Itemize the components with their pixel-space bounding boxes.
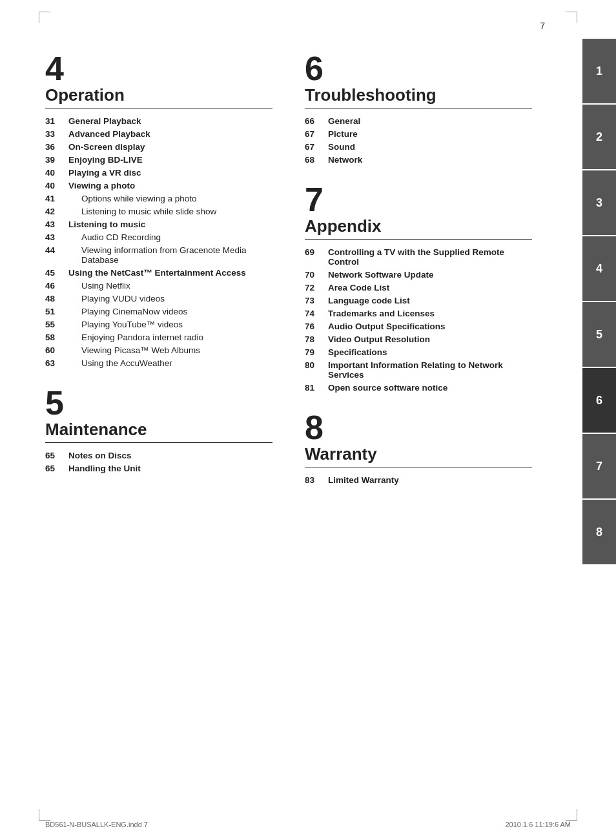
- footer-right: 2010.1.6 11:19:6 AM: [505, 821, 571, 828]
- section-8-entries: 83Limited Warranty: [305, 475, 532, 485]
- toc-page-number: 43: [45, 220, 68, 229]
- toc-page-number: 58: [45, 333, 68, 342]
- section-4-divider: [45, 108, 272, 108]
- side-tab-4[interactable]: 4: [582, 236, 616, 301]
- footer-left: BD561-N-BUSALLK-ENG.indd 7: [45, 821, 148, 828]
- toc-label: General Playback: [68, 116, 272, 126]
- toc-page-number: 66: [305, 116, 328, 126]
- section-7-number: 7: [305, 183, 532, 216]
- side-tab-3[interactable]: 3: [582, 170, 616, 235]
- side-tab-7[interactable]: 7: [582, 434, 616, 498]
- toc-label: On-Screen display: [68, 142, 272, 152]
- side-tab-1[interactable]: 1: [582, 39, 616, 103]
- section-4-entries: 31General Playback33Advanced Playback36O…: [45, 116, 272, 368]
- toc-label: Using the AccuWeather: [68, 358, 272, 368]
- toc-entry: 65Notes on Discs: [45, 451, 272, 460]
- section-operation: 4 Operation 31General Playback33Advanced…: [45, 52, 272, 368]
- side-tab-6[interactable]: 6: [582, 368, 616, 433]
- toc-page-number: 67: [305, 129, 328, 139]
- toc-entry: 73Language code List: [305, 296, 532, 305]
- toc-label: Notes on Discs: [68, 451, 272, 460]
- toc-entry: 63Using the AccuWeather: [45, 358, 272, 368]
- col-right: 6 Troubleshooting 66General67Picture67So…: [305, 52, 532, 503]
- section-warranty: 8 Warranty 83Limited Warranty: [305, 411, 532, 485]
- toc-page-number: 41: [45, 194, 68, 203]
- section-8-divider: [305, 467, 532, 467]
- toc-label: Options while viewing a photo: [68, 194, 272, 203]
- toc-page-number: 42: [45, 207, 68, 216]
- toc-entry: 83Limited Warranty: [305, 475, 532, 485]
- toc-label: Playing VUDU videos: [68, 294, 272, 303]
- page-number: 7: [540, 21, 545, 31]
- toc-page-number: 60: [45, 345, 68, 355]
- toc-label: Limited Warranty: [328, 475, 532, 485]
- toc-label: Sound: [328, 142, 532, 152]
- toc-page-number: 74: [305, 309, 328, 318]
- section-7-divider: [305, 239, 532, 240]
- toc-page-number: 55: [45, 320, 68, 329]
- toc-label: Listening to music: [68, 220, 272, 229]
- toc-entry: 67Sound: [305, 142, 532, 152]
- toc-label: Picture: [328, 129, 532, 139]
- toc-label: Specifications: [328, 347, 532, 357]
- section-8-title: Warranty: [305, 444, 532, 464]
- corner-mark-tl: [39, 12, 50, 23]
- section-7-entries: 69Controlling a TV with the Supplied Rem…: [305, 247, 532, 393]
- toc-label: Enjoying Pandora internet radio: [68, 333, 272, 342]
- toc-entry: 40Playing a VR disc: [45, 168, 272, 178]
- toc-page-number: 46: [45, 281, 68, 291]
- toc-page-number: 72: [305, 283, 328, 292]
- toc-label: Audio Output Specifications: [328, 322, 532, 331]
- toc-entry: 70Network Software Update: [305, 270, 532, 280]
- toc-label: Controlling a TV with the Supplied Remot…: [328, 247, 532, 267]
- toc-page-number: 81: [305, 383, 328, 393]
- section-troubleshooting: 6 Troubleshooting 66General67Picture67So…: [305, 52, 532, 165]
- toc-page-number: 48: [45, 294, 68, 303]
- toc-entry: 51Playing CinemaNow videos: [45, 307, 272, 316]
- toc-entry: 36On-Screen display: [45, 142, 272, 152]
- toc-page-number: 68: [305, 155, 328, 165]
- toc-label: Playing CinemaNow videos: [68, 307, 272, 316]
- toc-entry: 68Network: [305, 155, 532, 165]
- toc-page-number: 40: [45, 168, 68, 178]
- toc-entry: 40Viewing a photo: [45, 181, 272, 190]
- side-tab-2[interactable]: 2: [582, 105, 616, 169]
- section-5-title: Maintenance: [45, 420, 272, 440]
- toc-entry: 31General Playback: [45, 116, 272, 126]
- toc-label: Network Software Update: [328, 270, 532, 280]
- col-left: 4 Operation 31General Playback33Advanced…: [45, 52, 272, 503]
- toc-page-number: 31: [45, 116, 68, 126]
- toc-page-number: 44: [45, 245, 68, 255]
- toc-entry: 55Playing YouTube™ videos: [45, 320, 272, 329]
- toc-label: Handling the Unit: [68, 464, 272, 473]
- toc-entry: 48Playing VUDU videos: [45, 294, 272, 303]
- toc-entry: 58Enjoying Pandora internet radio: [45, 333, 272, 342]
- section-appendix: 7 Appendix 69Controlling a TV with the S…: [305, 183, 532, 393]
- toc-page-number: 80: [305, 360, 328, 370]
- toc-label: Trademarks and Licenses: [328, 309, 532, 318]
- toc-entry: 76Audio Output Specifications: [305, 322, 532, 331]
- toc-label: Area Code List: [328, 283, 532, 292]
- toc-entry: 69Controlling a TV with the Supplied Rem…: [305, 247, 532, 267]
- side-tab-5[interactable]: 5: [582, 302, 616, 367]
- toc-label: Audio CD Recording: [68, 232, 272, 242]
- section-6-divider: [305, 108, 532, 108]
- toc-page-number: 39: [45, 155, 68, 165]
- section-6-title: Troubleshooting: [305, 85, 532, 105]
- toc-label: Using Netflix: [68, 281, 272, 291]
- toc-entry: 81Open source software notice: [305, 383, 532, 393]
- toc-label: Enjoying BD-LIVE: [68, 155, 272, 165]
- toc-page-number: 40: [45, 181, 68, 190]
- toc-label: Playing YouTube™ videos: [68, 320, 272, 329]
- toc-entry: 67Picture: [305, 129, 532, 139]
- toc-entry: 45Using the NetCast™ Entertainment Acces…: [45, 268, 272, 278]
- toc-page-number: 51: [45, 307, 68, 316]
- side-tab-8[interactable]: 8: [582, 500, 616, 564]
- toc-entry: 78Video Output Resolution: [305, 334, 532, 344]
- toc-label: Viewing a photo: [68, 181, 272, 190]
- toc-page-number: 67: [305, 142, 328, 152]
- toc-label: Viewing information from Gracenote Media…: [68, 245, 272, 265]
- toc-entry: 43Listening to music: [45, 220, 272, 229]
- toc-entry: 41Options while viewing a photo: [45, 194, 272, 203]
- section-5-divider: [45, 442, 272, 443]
